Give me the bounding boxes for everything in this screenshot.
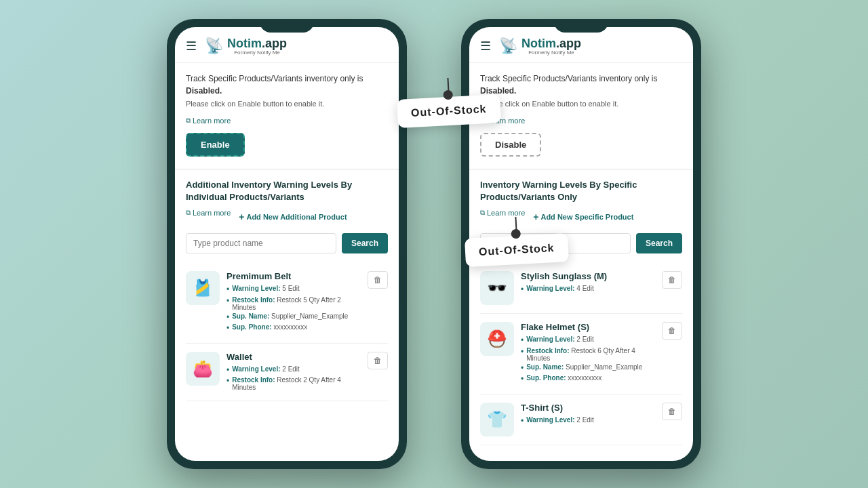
product-info-wallet: Wallet Warning Level: 2 Edit Restock Inf… <box>226 352 361 392</box>
section-actions-1: Learn more Add New Additional Product <box>186 209 388 225</box>
add-specific-product-button[interactable]: Add New Specific Product <box>533 211 633 222</box>
product-name-helmet: Flake Helmet (S) <box>521 322 655 332</box>
section-title-1: Additional Inventory Warning Levels By I… <box>186 179 388 203</box>
detail-supphone-helmet: Sup. Phone: xxxxxxxxxx <box>521 374 655 384</box>
search-button-1[interactable]: Search <box>342 233 388 253</box>
detail-restock-wallet: Restock Info: Restock 2 Qty After 4 Minu… <box>226 376 361 391</box>
delete-button-wallet[interactable]: 🗑 <box>368 352 388 369</box>
product-info-sunglass: Stylish Sunglass (M) Warning Level: 4 Ed… <box>521 271 655 296</box>
divider-2 <box>469 169 693 169</box>
logo-subtitle-1: Formerly Notify Me <box>227 49 287 56</box>
delete-button-belt[interactable]: 🗑 <box>368 271 388 289</box>
product-item-tshirt: 👕 T-Shirt (S) Warning Level: 2 Edit 🗑 <box>480 394 682 445</box>
product-image-belt: 🎽 <box>186 271 220 305</box>
product-item-wallet: 👛 Wallet Warning Level: 2 Edit Restock I… <box>186 344 388 401</box>
product-name-belt: Premimum Belt <box>226 271 361 281</box>
delete-button-helmet[interactable]: 🗑 <box>662 322 682 340</box>
detail-restock-belt: Restock Info: Restock 5 Qty After 2 Minu… <box>226 296 361 311</box>
product-info-tshirt: T-Shirt (S) Warning Level: 2 Edit <box>521 403 655 427</box>
detail-supname-helmet: Sup. Name: Supplier_Name_Example <box>521 363 655 373</box>
product-item-sunglass: 🕶️ Stylish Sunglass (M) Warning Level: 4… <box>480 263 682 314</box>
oos-tag-2: Out-Of-Stock <box>465 233 569 267</box>
app-logo-1: 📡 Notim.app Formerly Notify Me <box>205 37 287 56</box>
detail-restock-helmet: Restock Info: Restock 6 Qty After 4 Minu… <box>521 347 655 362</box>
detail-warning-tshirt: Warning Level: 2 Edit <box>521 416 655 426</box>
section-title-2: Inventory Warning Levels By Specific Pro… <box>480 179 682 203</box>
product-item-belt: 🎽 Premimum Belt Warning Level: 5 Edit Re… <box>186 263 388 343</box>
detail-supname-belt: Sup. Name: Supplier_Name_Example <box>226 312 361 322</box>
product-name-wallet: Wallet <box>226 352 361 362</box>
phone-screen-1: ☰ 📡 Notim.app Formerly Notify Me Track S… <box>175 27 399 461</box>
logo-text-1: Notim.app <box>227 37 287 51</box>
learn-more-link-1[interactable]: Learn more <box>186 117 231 125</box>
delete-button-tshirt[interactable]: 🗑 <box>662 403 682 420</box>
product-image-helmet: ⛑️ <box>480 322 514 356</box>
product-name-tshirt: T-Shirt (S) <box>521 403 655 413</box>
search-row-1: Search <box>186 233 388 253</box>
product-name-sunglass: Stylish Sunglass (M) <box>521 271 655 281</box>
logo-subtitle-2: Formerly Notify Me <box>521 49 581 56</box>
phone-1: ☰ 📡 Notim.app Formerly Notify Me Track S… <box>167 19 407 469</box>
app-logo-2: 📡 Notim.app Formerly Notify Me <box>499 37 581 56</box>
product-list-2: 🕶️ Stylish Sunglass (M) Warning Level: 4… <box>480 263 682 445</box>
product-list-1: 🎽 Premimum Belt Warning Level: 5 Edit Re… <box>186 263 388 401</box>
product-info-helmet: Flake Helmet (S) Warning Level: 2 Edit R… <box>521 322 655 385</box>
detail-warning-sunglass: Warning Level: 4 Edit <box>521 285 655 294</box>
detail-warning-belt: Warning Level: 5 Edit <box>226 285 361 294</box>
section-actions-2: Learn more Add New Specific Product <box>480 209 682 225</box>
hamburger-icon-1[interactable]: ☰ <box>186 39 197 54</box>
detail-warning-helmet: Warning Level: 2 Edit <box>521 336 655 345</box>
phone-notch-2 <box>554 19 608 33</box>
logo-text-2: Notim.app <box>521 37 581 51</box>
wifi-logo-icon-2: 📡 <box>499 37 517 55</box>
add-additional-product-button[interactable]: Add New Additional Product <box>239 211 347 222</box>
disable-button[interactable]: Disable <box>480 133 541 157</box>
oos-tag-1: Out-Of-Stock <box>397 94 501 128</box>
content-1: Track Specific Products/Variants invento… <box>175 63 399 411</box>
product-item-helmet: ⛑️ Flake Helmet (S) Warning Level: 2 Edi… <box>480 314 682 394</box>
wifi-logo-icon-1: 📡 <box>205 37 223 55</box>
search-input-1[interactable] <box>186 233 336 253</box>
detail-warning-wallet: Warning Level: 2 Edit <box>226 365 361 375</box>
search-button-2[interactable]: Search <box>636 233 682 253</box>
hamburger-icon-2[interactable]: ☰ <box>480 39 491 54</box>
delete-button-sunglass[interactable]: 🗑 <box>662 271 682 289</box>
phone-notch-1 <box>260 19 314 33</box>
learn-more-link-1b[interactable]: Learn more <box>186 209 231 217</box>
product-image-sunglass: 🕶️ <box>480 271 514 305</box>
detail-supphone-belt: Sup. Phone: xxxxxxxxxx <box>226 323 361 333</box>
product-image-wallet: 👛 <box>186 352 220 386</box>
enable-button[interactable]: Enable <box>186 133 245 157</box>
learn-more-link-2b[interactable]: Learn more <box>480 209 525 217</box>
divider-1 <box>175 169 399 169</box>
product-info-belt: Premimum Belt Warning Level: 5 Edit Rest… <box>226 271 361 334</box>
track-notice-1: Track Specific Products/Variants invento… <box>186 73 388 97</box>
product-image-tshirt: 👕 <box>480 403 514 436</box>
track-subtitle-1: Please click on Enable button to enable … <box>186 100 388 108</box>
track-subtitle-2: Please click on Enable button to enable … <box>480 100 682 108</box>
track-notice-2: Track Specific Products/Variants invento… <box>480 73 682 97</box>
